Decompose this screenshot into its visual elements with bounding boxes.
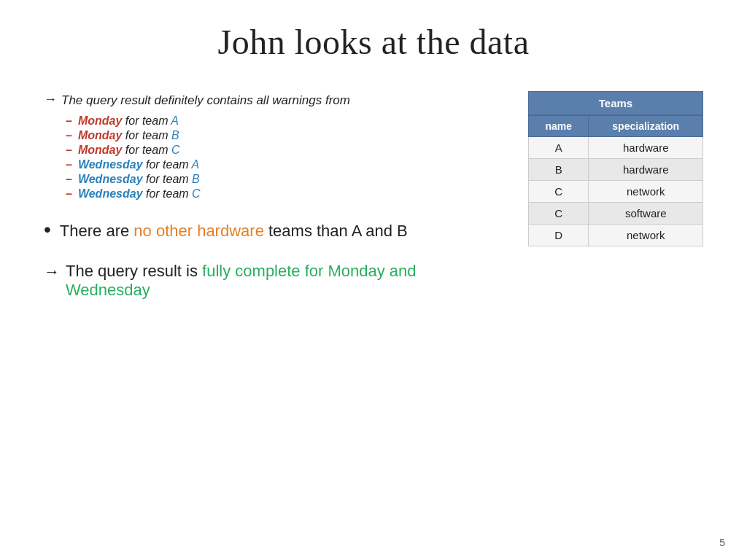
day-monday-3: Monday bbox=[78, 144, 122, 156]
list-item: – Wednesday for team A bbox=[66, 158, 499, 171]
team-a-2: A bbox=[192, 158, 200, 171]
team-b-1: B bbox=[171, 129, 179, 141]
day-monday-1: Monday bbox=[78, 114, 122, 127]
arrow-icon-2: → bbox=[44, 262, 60, 281]
cell-name: A bbox=[529, 137, 589, 159]
for-team-4: for team bbox=[143, 158, 192, 171]
table-row: B hardware bbox=[529, 159, 703, 181]
cell-spec: hardware bbox=[589, 159, 703, 181]
for-team-1: for team bbox=[122, 114, 171, 127]
dash-icon: – bbox=[66, 158, 72, 171]
list-item: – Monday for team B bbox=[66, 129, 499, 142]
table-body: A hardware B hardware C network C softwa… bbox=[529, 137, 703, 246]
table-sub-header: name specialization bbox=[529, 115, 703, 137]
content-area: → The query result definitely contains a… bbox=[44, 91, 703, 300]
dash-icon: – bbox=[66, 129, 72, 142]
bullet-text: Monday for team C bbox=[78, 144, 180, 157]
table-row: D network bbox=[529, 225, 703, 246]
bullet-text: Wednesday for team A bbox=[78, 158, 199, 171]
cell-spec: hardware bbox=[589, 137, 703, 159]
col-name-header: name bbox=[529, 115, 589, 137]
teams-table: Teams name specialization A hardware B h… bbox=[528, 91, 703, 246]
no-other-hardware: no other hardware bbox=[133, 222, 264, 240]
page-number: 5 bbox=[719, 537, 725, 548]
dash-icon: – bbox=[66, 173, 72, 186]
bullet-list: – Monday for team A – Monday for team B … bbox=[66, 114, 499, 201]
day-monday-2: Monday bbox=[78, 129, 122, 141]
conclusion-prefix: The query result is bbox=[66, 262, 202, 280]
cell-spec: network bbox=[589, 181, 703, 203]
cell-spec: network bbox=[589, 225, 703, 246]
col-specialization-header: specialization bbox=[589, 115, 703, 137]
bullet-text: Wednesday for team B bbox=[78, 173, 200, 186]
day-wednesday-1: Wednesday bbox=[78, 158, 143, 171]
for-team-5: for team bbox=[143, 173, 193, 185]
day-wednesday-2: Wednesday bbox=[78, 173, 143, 185]
main-bullet-text: There are no other hardware teams than A… bbox=[60, 222, 408, 241]
slide-title: John looks at the data bbox=[44, 22, 703, 62]
table-row: C software bbox=[529, 203, 703, 225]
cell-name: D bbox=[529, 225, 589, 246]
list-item: – Monday for team A bbox=[66, 114, 499, 128]
cell-name: C bbox=[529, 203, 589, 225]
table-header-row: Teams bbox=[529, 92, 703, 116]
slide: John looks at the data → The query resul… bbox=[0, 0, 747, 560]
team-a-1: A bbox=[171, 114, 179, 127]
bullet-text: Monday for team B bbox=[78, 129, 179, 142]
arrow-icon: → bbox=[44, 92, 57, 107]
query-text: The query result definitely contains all… bbox=[61, 91, 350, 110]
main-bullet-suffix: teams than A and B bbox=[264, 222, 408, 240]
list-item: – Wednesday for team B bbox=[66, 173, 499, 186]
day-wednesday-3: Wednesday bbox=[78, 187, 143, 200]
conclusion-line: → The query result is fully complete for… bbox=[44, 262, 499, 300]
list-item: – Monday for team C bbox=[66, 144, 499, 157]
conclusion-text: The query result is fully complete for M… bbox=[66, 262, 499, 300]
list-item: – Wednesday for team C bbox=[66, 187, 499, 201]
for-team-6: for team bbox=[143, 187, 193, 200]
bullet-text: Monday for team A bbox=[78, 114, 179, 128]
cell-name: C bbox=[529, 181, 589, 203]
table-row: A hardware bbox=[529, 137, 703, 159]
table-row: C network bbox=[529, 181, 703, 203]
team-c-1: C bbox=[171, 144, 180, 156]
left-content: → The query result definitely contains a… bbox=[44, 91, 499, 300]
for-team-3: for team bbox=[122, 144, 171, 156]
team-c-2: C bbox=[192, 187, 201, 200]
for-team-2: for team bbox=[122, 129, 171, 141]
right-content: Teams name specialization A hardware B h… bbox=[528, 91, 703, 300]
main-bullet-prefix: There are bbox=[60, 222, 134, 240]
cell-spec: software bbox=[589, 203, 703, 225]
main-bullet: • There are no other hardware teams than… bbox=[44, 221, 499, 241]
table-main-header: Teams bbox=[529, 92, 703, 116]
dash-icon: – bbox=[66, 114, 72, 128]
arrow-line-1: → The query result definitely contains a… bbox=[44, 91, 499, 110]
team-b-2: B bbox=[192, 173, 200, 185]
cell-name: B bbox=[529, 159, 589, 181]
dash-icon: – bbox=[66, 144, 72, 157]
bullet-dot-icon: • bbox=[44, 218, 51, 241]
bullet-text: Wednesday for team C bbox=[78, 187, 201, 201]
dash-icon: – bbox=[66, 187, 72, 201]
